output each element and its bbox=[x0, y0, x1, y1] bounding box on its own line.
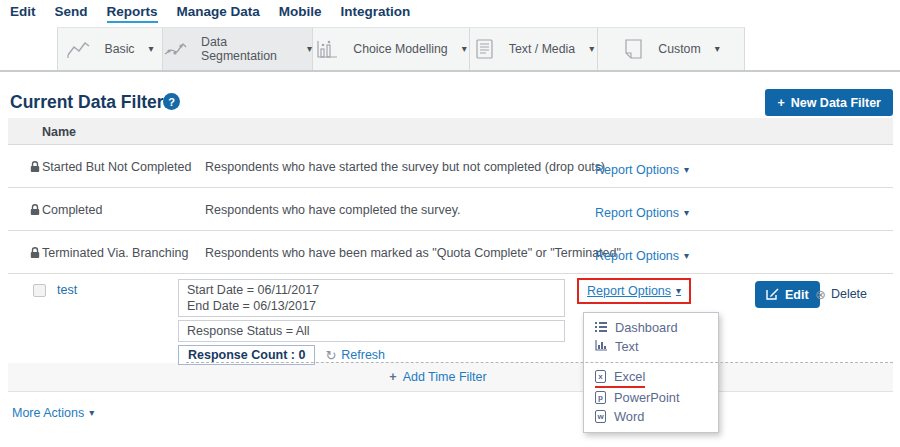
custom-page-icon bbox=[622, 39, 644, 59]
table-row: Terminated Via. Branching Respondents wh… bbox=[8, 231, 893, 274]
help-icon[interactable] bbox=[163, 93, 180, 110]
caret-down-icon bbox=[715, 44, 720, 54]
table-row: Completed Respondents who have completed… bbox=[8, 188, 893, 231]
text-report-chart-icon bbox=[595, 339, 607, 354]
filter-description: Respondents who have been marked as "Quo… bbox=[205, 246, 621, 260]
more-actions-label: More Actions bbox=[12, 406, 84, 420]
report-options-link-test[interactable]: Report Options bbox=[587, 284, 681, 298]
delete-label: Delete bbox=[831, 287, 867, 301]
tab-label: Text / Media bbox=[509, 42, 575, 56]
report-options-label: Report Options bbox=[595, 206, 679, 220]
delete-link[interactable]: Delete bbox=[815, 287, 867, 301]
tab-custom[interactable]: Custom bbox=[598, 28, 745, 70]
edit-button[interactable]: Edit bbox=[755, 281, 820, 308]
menu-reports[interactable]: Reports bbox=[107, 4, 158, 23]
report-options-link[interactable]: Report Options bbox=[595, 249, 689, 263]
tab-label: Choice Modelling bbox=[353, 42, 447, 56]
caret-down-icon bbox=[676, 286, 681, 296]
caret-down-icon bbox=[307, 44, 312, 54]
menu-item-label: Excel bbox=[614, 369, 645, 384]
menu-item-text[interactable]: Text bbox=[584, 337, 718, 356]
response-status-value: Response Status = All bbox=[187, 323, 556, 339]
plus-icon bbox=[777, 96, 784, 110]
caret-down-icon bbox=[149, 44, 154, 54]
app-window: Edit Send Reports Manage Data Mobile Int… bbox=[0, 0, 900, 447]
filter-name: Terminated Via. Branching bbox=[42, 246, 188, 260]
table-row: Started But Not Completed Respondents wh… bbox=[8, 145, 893, 188]
tab-basic[interactable]: Basic bbox=[57, 28, 163, 70]
row-divider-dashed bbox=[186, 362, 893, 363]
edit-pencil-icon bbox=[766, 287, 779, 303]
report-options-link[interactable]: Report Options bbox=[595, 206, 689, 220]
start-date-value: Start Date = 06/11/2017 bbox=[187, 282, 556, 298]
more-actions-link[interactable]: More Actions bbox=[12, 406, 94, 420]
response-status-box: Response Status = All bbox=[178, 320, 565, 342]
tab-choice-modelling[interactable]: Choice Modelling bbox=[313, 28, 470, 70]
bar-chart-icon bbox=[315, 39, 339, 59]
caret-down-icon bbox=[684, 165, 689, 175]
dashboard-list-icon bbox=[595, 320, 607, 335]
menu-manage-data[interactable]: Manage Data bbox=[177, 4, 260, 21]
menu-item-excel[interactable]: x Excel bbox=[584, 369, 718, 388]
tab-label: Data Segmentation bbox=[201, 35, 293, 63]
filter-name-link[interactable]: test bbox=[57, 283, 77, 297]
caret-down-icon bbox=[684, 208, 689, 218]
page-title: Current Data Filters bbox=[10, 92, 173, 113]
menu-mobile[interactable]: Mobile bbox=[279, 4, 322, 21]
date-filter-box: Start Date = 06/11/2017 End Date = 06/13… bbox=[178, 279, 565, 317]
document-text-icon bbox=[473, 39, 495, 59]
menu-item-label: Word bbox=[614, 409, 644, 424]
tab-text-media[interactable]: Text / Media bbox=[470, 28, 598, 70]
filter-name: Started But Not Completed bbox=[42, 160, 191, 174]
report-type-tabs: Basic Data Segmentation Choice Modelling… bbox=[57, 27, 745, 70]
filter-details: Start Date = 06/11/2017 End Date = 06/13… bbox=[178, 279, 565, 365]
filter-description: Respondents who have completed the surve… bbox=[205, 203, 460, 217]
lock-icon bbox=[29, 203, 41, 219]
data-filters-table: Name Started But Not Completed Responden… bbox=[8, 118, 893, 392]
menu-send[interactable]: Send bbox=[55, 4, 88, 21]
menu-item-powerpoint[interactable]: p PowerPoint bbox=[584, 388, 718, 407]
excel-file-icon: x bbox=[595, 370, 606, 383]
delete-circle-x-icon bbox=[815, 288, 826, 301]
scatter-chart-icon bbox=[163, 39, 187, 59]
top-menu-bar: Edit Send Reports Manage Data Mobile Int… bbox=[0, 0, 900, 26]
table-row-test: test Start Date = 06/11/2017 End Date = … bbox=[8, 274, 893, 363]
new-data-filter-label: New Data Filter bbox=[791, 96, 881, 110]
refresh-link[interactable]: Refresh bbox=[325, 348, 385, 362]
add-time-filter-link[interactable]: Add Time Filter bbox=[389, 370, 486, 384]
menu-integration[interactable]: Integration bbox=[341, 4, 411, 21]
content-header: Current Data Filters New Data Filter bbox=[0, 72, 900, 118]
report-options-label: Report Options bbox=[595, 249, 679, 263]
report-options-label: Report Options bbox=[595, 163, 679, 177]
filter-description: Respondents who have started the survey … bbox=[205, 160, 605, 174]
end-date-value: End Date = 06/13/2017 bbox=[187, 298, 556, 314]
lock-icon bbox=[29, 246, 41, 262]
row-checkbox[interactable] bbox=[33, 284, 46, 297]
tab-label: Custom bbox=[658, 42, 700, 56]
line-chart-icon bbox=[66, 39, 90, 59]
add-time-filter-label: Add Time Filter bbox=[403, 370, 487, 384]
report-options-link[interactable]: Report Options bbox=[595, 163, 689, 177]
lock-icon bbox=[29, 160, 41, 176]
caret-down-icon bbox=[462, 44, 467, 54]
report-options-label: Report Options bbox=[587, 284, 671, 298]
caret-down-icon bbox=[589, 44, 594, 54]
plus-icon bbox=[389, 370, 396, 384]
menu-item-dashboard[interactable]: Dashboard bbox=[584, 318, 718, 337]
tab-data-segmentation[interactable]: Data Segmentation bbox=[163, 28, 313, 70]
refresh-icon bbox=[325, 349, 336, 362]
menu-edit[interactable]: Edit bbox=[10, 4, 36, 21]
column-header-name: Name bbox=[42, 125, 76, 139]
edit-label: Edit bbox=[785, 288, 809, 302]
report-options-dropdown-menu: Dashboard Text x Excel p PowerPoint bbox=[583, 312, 719, 433]
tab-label: Basic bbox=[104, 42, 134, 56]
annotation-red-box: Report Options bbox=[577, 278, 691, 304]
word-file-icon: w bbox=[595, 410, 606, 423]
caret-down-icon bbox=[89, 408, 94, 418]
menu-item-label: Dashboard bbox=[615, 320, 678, 335]
new-data-filter-button[interactable]: New Data Filter bbox=[765, 89, 893, 116]
table-header-row: Name bbox=[8, 118, 893, 145]
menu-item-word[interactable]: w Word bbox=[584, 407, 718, 426]
caret-down-icon bbox=[684, 251, 689, 261]
menu-item-label: PowerPoint bbox=[614, 390, 679, 405]
